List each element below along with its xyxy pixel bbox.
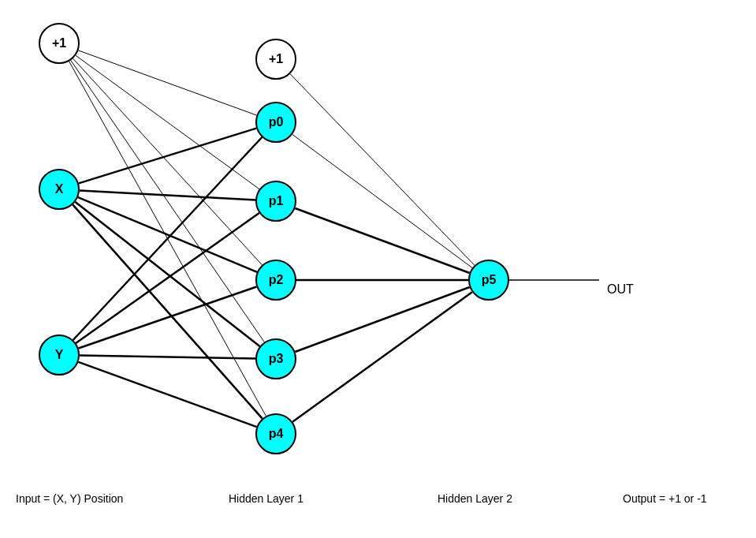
p3-label: p3	[269, 352, 284, 366]
p0-label: p0	[269, 115, 284, 129]
bias1-label: +1	[52, 36, 66, 50]
p2-node: p2	[255, 260, 296, 301]
output-label: Output = +1 or -1	[623, 492, 707, 505]
p2-label: p2	[269, 273, 284, 287]
y-label: Y	[55, 348, 64, 362]
p4-label: p4	[269, 427, 284, 441]
out-arrow-label: OUT	[607, 282, 634, 297]
y-node: Y	[39, 334, 80, 375]
hidden-layer2-label: Hidden Layer 2	[438, 492, 512, 505]
p1-label: p1	[269, 194, 284, 208]
bias2-label: +1	[269, 52, 283, 66]
bias2-node: +1	[255, 39, 296, 80]
p0-node: p0	[255, 102, 296, 143]
p4-node: p4	[255, 413, 296, 454]
x-label: X	[55, 182, 64, 196]
x-node: X	[39, 169, 80, 210]
p5-label: p5	[482, 273, 497, 287]
hidden-layer1-label: Hidden Layer 1	[229, 492, 304, 505]
bias1-node: +1	[39, 23, 80, 64]
p5-node: p5	[468, 260, 509, 301]
p1-node: p1	[255, 181, 296, 222]
input-layer-label: Input = (X, Y) Position	[16, 492, 123, 505]
p3-node: p3	[255, 338, 296, 379]
